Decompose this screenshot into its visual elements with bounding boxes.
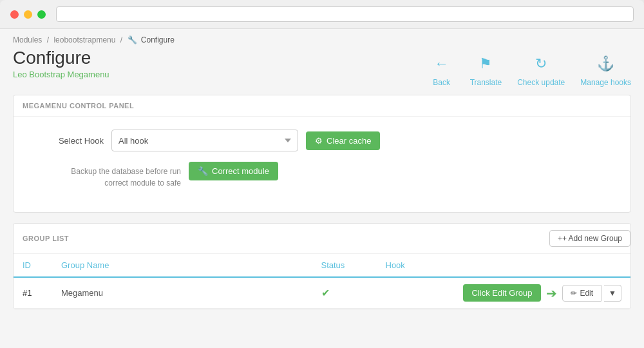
manage-hooks-action[interactable]: ⚓ Manage hooks (580, 51, 631, 87)
minimize-button[interactable] (24, 10, 32, 19)
page-title-area: Configure Leo Bootstrap Megamenu (13, 48, 109, 79)
select-hook-label: Select Hook (26, 136, 104, 146)
refresh-icon: ↻ (528, 51, 554, 77)
breadcrumb: Modules / leobootstrapmenu / 🔧 Configure (13, 35, 631, 44)
gear-icon: ⚙ (315, 136, 323, 146)
back-action[interactable]: ← Back (429, 51, 455, 87)
col-header-id: ID (14, 254, 52, 277)
backup-text: Backup the database before run correct m… (26, 162, 181, 189)
hook-select[interactable]: All hook (111, 130, 298, 151)
flag-icon: ⚑ (473, 51, 498, 77)
header-actions: ← Back ⚑ Translate ↻ Check update ⚓ Mana… (429, 51, 631, 87)
backup-text-line1: Backup the database before run (26, 166, 181, 177)
manage-hooks-label: Manage hooks (580, 78, 631, 87)
page-header: Configure Leo Bootstrap Megamenu ← Back … (0, 44, 644, 95)
translate-label: Translate (470, 78, 502, 87)
table-header-row: ID Group Name Status Hook (14, 254, 630, 277)
clear-cache-label: Clear cache (327, 136, 371, 146)
correct-module-row: Backup the database before run correct m… (26, 162, 618, 189)
group-list-header-text: GROUP LIST (23, 235, 69, 242)
col-header-status: Status (312, 254, 377, 277)
breadcrumb-bar: Modules / leobootstrapmenu / 🔧 Configure (0, 29, 644, 44)
add-new-label: + Add new Group (562, 234, 622, 243)
wrench-correct-icon: 🔧 (198, 166, 208, 176)
megamenu-panel-body: Select Hook All hook ⚙ Clear cache Backu… (14, 117, 630, 212)
group-list-panel-body: ID Group Name Status Hook #1 Megamenu ✔ (14, 254, 630, 309)
maximize-button[interactable] (37, 10, 46, 19)
group-table: ID Group Name Status Hook #1 Megamenu ✔ (14, 254, 630, 309)
correct-module-label: Correct module (212, 166, 269, 176)
col-header-group-name: Group Name (52, 254, 312, 277)
row-status: ✔ (312, 277, 377, 309)
megamenu-panel: MEGAMENU CONTROL PANEL Select Hook All h… (13, 95, 631, 213)
check-update-label: Check update (517, 78, 565, 87)
back-label: Back (433, 78, 450, 87)
caret-down-icon: ▼ (609, 289, 616, 298)
window-chrome (0, 0, 644, 29)
translate-action[interactable]: ⚑ Translate (470, 51, 502, 87)
plus-icon: + (558, 234, 562, 243)
page-subtitle: Leo Bootstrap Megamenu (13, 70, 109, 79)
correct-module-button[interactable]: 🔧 Correct module (189, 162, 278, 180)
breadcrumb-leobootstrapmenu[interactable]: leobootstrapmenu (53, 35, 115, 44)
check-update-action[interactable]: ↻ Check update (517, 51, 565, 87)
group-list-panel: GROUP LIST + + Add new Group ID Group Na… (13, 223, 631, 309)
edit-button[interactable]: ✏ Edit (562, 285, 601, 302)
row-actions: Click Edit Group ➔ ✏ Edit ▼ (454, 277, 631, 309)
address-bar[interactable] (56, 6, 634, 22)
close-button[interactable] (10, 10, 19, 19)
edit-dropdown-button[interactable]: ▼ (604, 285, 621, 302)
add-new-group-button[interactable]: + + Add new Group (549, 230, 630, 247)
clear-cache-button[interactable]: ⚙ Clear cache (306, 131, 380, 150)
row-id: #1 (14, 277, 52, 309)
row-group-name: Megamenu (52, 277, 312, 309)
select-hook-row: Select Hook All hook ⚙ Clear cache (26, 130, 618, 151)
wrench-icon: 🔧 (128, 35, 137, 44)
breadcrumb-current: Configure (141, 35, 175, 44)
arrow-right-icon: ➔ (546, 285, 557, 301)
click-edit-group-button[interactable]: Click Edit Group (463, 284, 542, 302)
group-list-panel-header: GROUP LIST + + Add new Group (14, 224, 630, 254)
main-content: Modules / leobootstrapmenu / 🔧 Configure… (0, 29, 644, 348)
edit-label: Edit (580, 289, 593, 298)
col-header-hook: Hook (377, 254, 454, 277)
edit-btn-group: Click Edit Group ➔ ✏ Edit ▼ (463, 284, 622, 302)
status-checkmark: ✔ (321, 287, 330, 298)
table-row: #1 Megamenu ✔ Click Edit Group ➔ ✏ (14, 277, 630, 309)
back-icon: ← (429, 51, 455, 77)
row-hook (377, 277, 454, 309)
breadcrumb-sep1: / (47, 35, 49, 44)
pencil-icon: ✏ (571, 289, 577, 298)
page-title: Configure (13, 48, 109, 68)
anchor-icon: ⚓ (593, 51, 619, 77)
col-header-actions (454, 254, 631, 277)
megamenu-panel-header: MEGAMENU CONTROL PANEL (14, 95, 630, 117)
breadcrumb-sep2: / (120, 35, 122, 44)
backup-text-line2: correct module to safe (26, 177, 181, 189)
breadcrumb-modules[interactable]: Modules (13, 35, 42, 44)
